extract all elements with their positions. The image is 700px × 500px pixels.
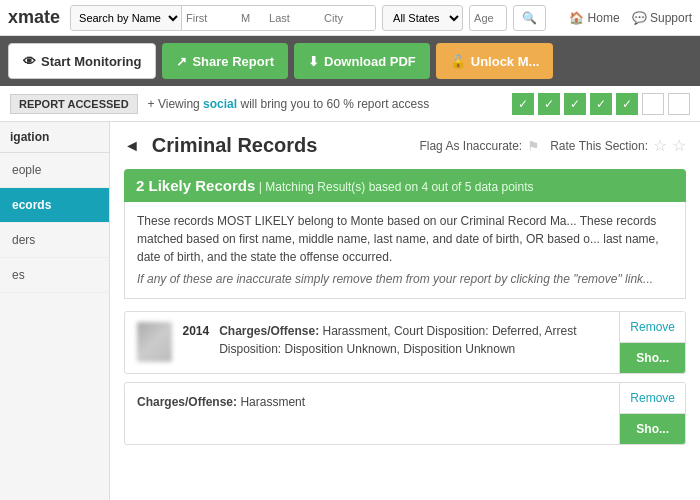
download-icon: ⬇: [308, 54, 319, 69]
check-2: ✓: [538, 93, 560, 115]
record-actions-2: Remove Sho...: [619, 383, 685, 444]
search-bar: Search by Name: [70, 5, 376, 31]
age-input[interactable]: [469, 5, 507, 31]
show-button-1[interactable]: Sho...: [619, 343, 685, 373]
unlock-button[interactable]: 🔓 Unlock M...: [436, 43, 554, 79]
show-button-2[interactable]: Sho...: [619, 414, 685, 444]
star-2[interactable]: ☆: [672, 136, 686, 155]
city-input[interactable]: [320, 6, 375, 30]
main-layout: igation eople ecords ders es ◄ Criminal …: [0, 122, 700, 500]
star-1[interactable]: ☆: [653, 136, 667, 155]
logo-text: xmate: [8, 7, 60, 27]
remove-button-2[interactable]: Remove: [619, 383, 685, 414]
sidebar-section-title: igation: [0, 122, 109, 153]
record-item-1: 2014 Charges/Offense: Harassment, Court …: [124, 311, 686, 374]
nav-links: 🏠 Home 💬 Support: [569, 11, 692, 25]
check-6: [642, 93, 664, 115]
search-button[interactable]: 🔍: [513, 5, 546, 31]
remove-button-1[interactable]: Remove: [619, 312, 685, 343]
flag-inaccurate: Flag As Inaccurate: ⚑: [419, 138, 540, 154]
report-accessed-badge: REPORT ACCESSED: [10, 94, 138, 114]
record-charges-2: Charges/Offense: Harassment: [137, 393, 305, 411]
records-description: These records MOST LIKELY belong to Mont…: [124, 202, 686, 299]
back-arrow-icon[interactable]: ◄: [124, 137, 140, 155]
sidebar-item-people[interactable]: eople: [0, 153, 109, 188]
record-charges-1: Charges/Offense: Harassment, Court Dispo…: [219, 322, 607, 358]
check-5: ✓: [616, 93, 638, 115]
flag-icon[interactable]: ⚑: [527, 138, 540, 154]
check-7: [668, 93, 690, 115]
eye-icon: 👁: [23, 54, 36, 69]
start-monitoring-button[interactable]: 👁 Start Monitoring: [8, 43, 156, 79]
record-item-2: Charges/Offense: Harassment Remove Sho..…: [124, 382, 686, 445]
section-header: ◄ Criminal Records Flag As Inaccurate: ⚑…: [124, 134, 686, 157]
check-4: ✓: [590, 93, 612, 115]
content-area: ◄ Criminal Records Flag As Inaccurate: ⚑…: [110, 122, 700, 500]
likely-records-header: 2 Likely Records | Matching Result(s) ba…: [124, 169, 686, 202]
rate-section: Rate This Section: ☆ ☆: [550, 136, 686, 155]
last-name-input[interactable]: [265, 6, 320, 30]
share-report-button[interactable]: ↗ Share Report: [162, 43, 288, 79]
check-3: ✓: [564, 93, 586, 115]
search-by-select[interactable]: Search by Name: [71, 6, 182, 30]
sidebar-item-orders[interactable]: ders: [0, 223, 109, 258]
check-marks: ✓ ✓ ✓ ✓ ✓: [512, 93, 690, 115]
viewing-text: + Viewing social will bring you to 60 % …: [148, 97, 512, 111]
record-main-2: Charges/Offense: Harassment: [125, 383, 619, 444]
middle-name-input[interactable]: [237, 6, 265, 30]
logo: xmate: [8, 7, 60, 28]
first-name-input[interactable]: [182, 6, 237, 30]
action-bar: 👁 Start Monitoring ↗ Share Report ⬇ Down…: [0, 36, 700, 86]
sidebar-item-es[interactable]: es: [0, 258, 109, 293]
check-1: ✓: [512, 93, 534, 115]
record-actions-1: Remove Sho...: [619, 312, 685, 373]
social-link[interactable]: social: [203, 97, 237, 111]
lock-icon: 🔓: [450, 54, 466, 69]
report-bar: REPORT ACCESSED + Viewing social will br…: [0, 86, 700, 122]
record-image-1: [137, 322, 172, 362]
top-nav: xmate Search by Name All States 🔍 🏠 Home…: [0, 0, 700, 36]
section-title: Criminal Records: [152, 134, 410, 157]
share-icon: ↗: [176, 54, 187, 69]
record-year-1: 2014: [182, 324, 209, 338]
support-link[interactable]: 💬 Support: [632, 11, 692, 25]
download-pdf-button[interactable]: ⬇ Download PDF: [294, 43, 430, 79]
home-link[interactable]: 🏠 Home: [569, 11, 619, 25]
record-main-1: 2014 Charges/Offense: Harassment, Court …: [125, 312, 619, 373]
state-select[interactable]: All States: [382, 5, 463, 31]
sidebar-item-records[interactable]: ecords: [0, 188, 109, 223]
sidebar: igation eople ecords ders es: [0, 122, 110, 500]
